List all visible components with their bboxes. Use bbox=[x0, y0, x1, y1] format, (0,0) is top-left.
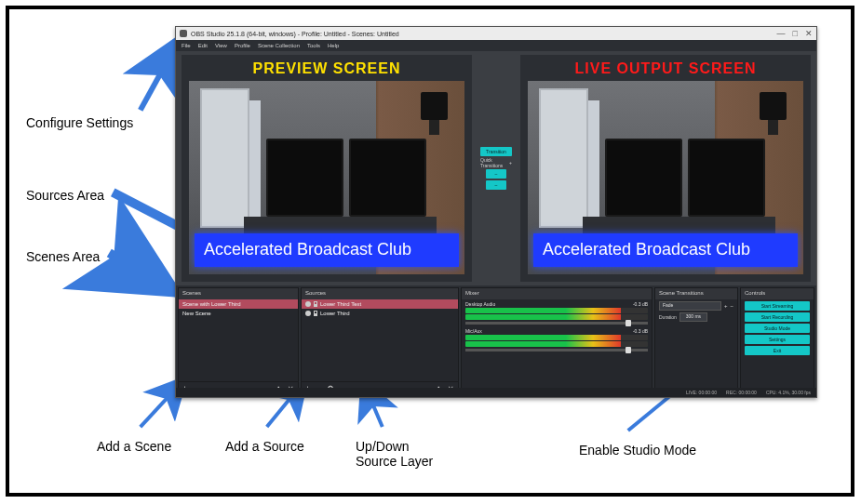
scenes-header: Scenes bbox=[179, 288, 298, 299]
transition-select[interactable]: Fade bbox=[659, 301, 721, 311]
program-label: LIVE OUTPUT SCREEN bbox=[520, 60, 811, 77]
transitions-dock: Scene Transitions Fade + − Duration 300 … bbox=[654, 287, 738, 395]
app-window: OBS Studio 25.1.8 (64-bit, windows) - Pr… bbox=[175, 26, 817, 398]
transition-column: Transition Quick Transitions + – – bbox=[478, 55, 515, 282]
maximize-icon[interactable]: □ bbox=[793, 29, 798, 38]
exit-button[interactable]: Exit bbox=[745, 346, 810, 355]
menu-help[interactable]: Help bbox=[328, 43, 339, 48]
audio-meter bbox=[465, 308, 648, 313]
center-extra-button-2[interactable]: – bbox=[486, 180, 506, 190]
eye-icon[interactable] bbox=[305, 311, 311, 316]
program-pane[interactable]: LIVE OUTPUT SCREEN Accelerated Broadcast… bbox=[520, 55, 811, 282]
minimize-icon[interactable]: — bbox=[777, 29, 786, 38]
transitions-body: Fade + − Duration 300 ms bbox=[655, 299, 737, 394]
source-item[interactable]: Lower Third bbox=[302, 309, 458, 318]
controls-body: Start Streaming Start Recording Studio M… bbox=[741, 299, 814, 394]
volume-slider[interactable] bbox=[465, 349, 648, 351]
scene-item[interactable]: Scene with Lower Third bbox=[179, 299, 298, 309]
docks-area: Scenes Scene with Lower Third New Scene … bbox=[176, 285, 816, 397]
window-titlebar: OBS Studio 25.1.8 (64-bit, windows) - Pr… bbox=[176, 27, 816, 40]
annot-updown-layer: Up/Down Source Layer bbox=[356, 439, 433, 469]
annot-add-source: Add a Source bbox=[225, 439, 304, 454]
audio-meter bbox=[465, 335, 648, 340]
start-streaming-button[interactable]: Start Streaming bbox=[745, 301, 810, 311]
window-title: OBS Studio 25.1.8 (64-bit, windows) - Pr… bbox=[191, 31, 399, 37]
transitions-header: Scene Transitions bbox=[655, 288, 737, 299]
app-icon bbox=[180, 30, 187, 37]
sources-dock: Sources Lower Third Text Lower Third + bbox=[301, 287, 459, 395]
controls-header: Controls bbox=[741, 288, 814, 299]
studio-mode-button[interactable]: Studio Mode bbox=[745, 324, 810, 333]
source-item[interactable]: Lower Third Text bbox=[302, 299, 458, 309]
eye-icon[interactable] bbox=[305, 301, 311, 307]
lower-third-banner-live: Accelerated Broadcast Club bbox=[533, 233, 798, 267]
window-controls: — □ ✕ bbox=[777, 29, 813, 38]
sources-list[interactable]: Lower Third Text Lower Third bbox=[302, 299, 458, 381]
menu-scene-collection[interactable]: Scene Collection bbox=[258, 43, 300, 48]
audio-meter bbox=[465, 314, 648, 320]
mixer-body: Desktop Audio-0.3 dB Mic/Aux-0.3 dB bbox=[462, 299, 652, 394]
settings-button[interactable]: Settings bbox=[745, 335, 810, 344]
controls-dock: Controls Start Streaming Start Recording… bbox=[740, 287, 814, 395]
transition-add-button[interactable]: + bbox=[724, 303, 728, 309]
scenes-dock: Scenes Scene with Lower Third New Scene … bbox=[178, 287, 299, 395]
lower-third-banner: Accelerated Broadcast Club bbox=[195, 233, 459, 267]
mixer-header: Mixer bbox=[462, 288, 652, 299]
menu-tools[interactable]: Tools bbox=[307, 43, 320, 48]
menu-view[interactable]: View bbox=[215, 43, 227, 48]
annot-scenes-area: Scenes Area bbox=[26, 249, 100, 264]
annot-enable-studio: Enable Studio Mode bbox=[579, 443, 696, 458]
mixer-dock: Mixer Desktop Audio-0.3 dB Mic/Aux-0.3 d… bbox=[461, 287, 652, 395]
volume-slider[interactable] bbox=[465, 322, 648, 325]
annot-configure-settings: Configure Settings bbox=[26, 115, 133, 130]
transition-remove-button[interactable]: − bbox=[730, 303, 733, 309]
start-recording-button[interactable]: Start Recording bbox=[745, 312, 810, 322]
annot-add-scene: Add a Scene bbox=[97, 439, 171, 454]
audio-meter bbox=[465, 341, 648, 347]
transition-button[interactable]: Transition bbox=[480, 147, 512, 156]
mixer-track: Desktop Audio-0.3 dB bbox=[462, 299, 652, 326]
menu-profile[interactable]: Profile bbox=[235, 43, 250, 48]
program-viewport: Accelerated Broadcast Club bbox=[528, 81, 803, 274]
sources-header: Sources bbox=[302, 288, 458, 299]
preview-pane[interactable]: PREVIEW SCREEN Accelerated Broadcast Clu… bbox=[182, 55, 472, 282]
status-cpu: CPU: 4.1%, 30.00 fps bbox=[766, 390, 811, 395]
duration-label: Duration bbox=[659, 314, 677, 320]
menu-file[interactable]: File bbox=[182, 43, 191, 48]
status-bar: LIVE: 00:00:00 REC: 00:00:00 CPU: 4.1%, … bbox=[176, 388, 816, 397]
center-extra-button-1[interactable]: – bbox=[486, 169, 506, 179]
scenes-list[interactable]: Scene with Lower Third New Scene bbox=[179, 299, 298, 381]
lock-icon[interactable] bbox=[314, 301, 317, 307]
preview-area: PREVIEW SCREEN Accelerated Broadcast Clu… bbox=[176, 51, 816, 285]
scene-item[interactable]: New Scene bbox=[179, 309, 298, 318]
preview-viewport: Accelerated Broadcast Club bbox=[189, 81, 464, 274]
mixer-track: Mic/Aux-0.3 dB bbox=[462, 326, 652, 353]
lock-icon[interactable] bbox=[314, 311, 317, 316]
svg-line-2 bbox=[109, 253, 177, 293]
document-frame: Configure Settings Sources Area Scenes A… bbox=[6, 6, 854, 497]
annot-sources-area: Sources Area bbox=[26, 188, 104, 203]
preview-label: PREVIEW SCREEN bbox=[182, 60, 472, 77]
menu-edit[interactable]: Edit bbox=[198, 43, 208, 48]
status-live: LIVE: 00:00:00 bbox=[686, 390, 717, 395]
plus-icon: + bbox=[509, 160, 512, 166]
quick-transitions-button[interactable]: Quick Transitions + bbox=[480, 158, 512, 167]
menubar: File Edit View Profile Scene Collection … bbox=[176, 40, 816, 51]
close-icon[interactable]: ✕ bbox=[805, 29, 813, 38]
duration-input[interactable]: 300 ms bbox=[679, 312, 707, 322]
status-rec: REC: 00:00:00 bbox=[726, 390, 757, 395]
